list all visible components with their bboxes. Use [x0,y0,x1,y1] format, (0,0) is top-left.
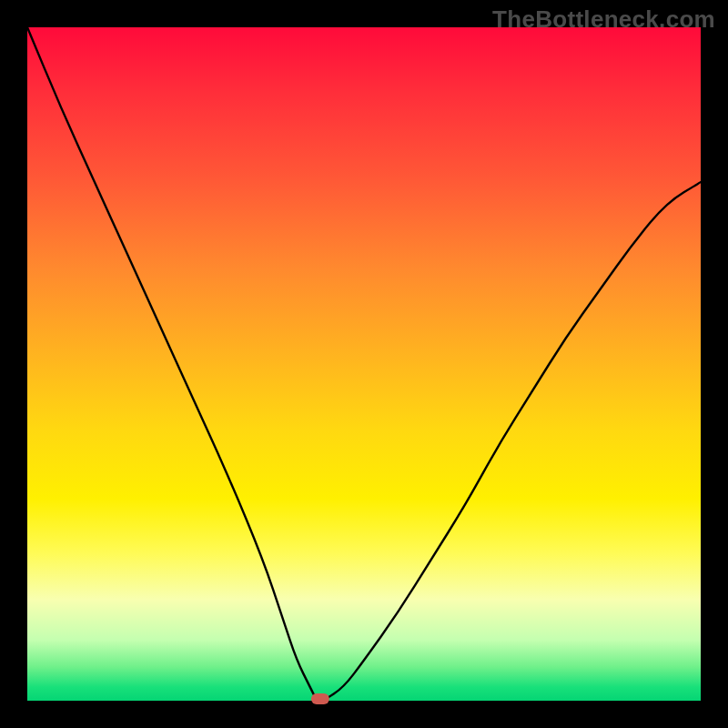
chart-frame: TheBottleneck.com [0,0,728,728]
plot-svg [27,27,701,701]
optimal-marker [311,693,329,704]
bottleneck-curve [27,27,701,701]
plot-area [27,27,701,701]
